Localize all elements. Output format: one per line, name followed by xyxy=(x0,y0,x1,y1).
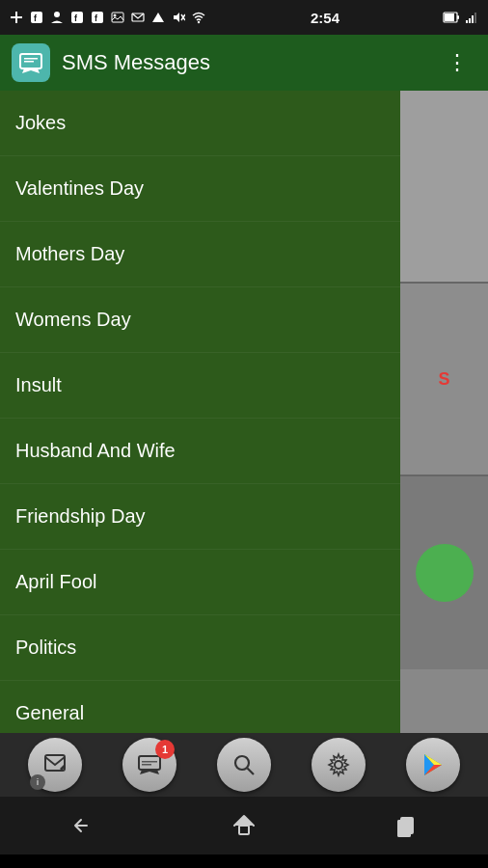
action-bar: i 1 xyxy=(0,733,488,797)
svg-rect-20 xyxy=(469,18,471,23)
main-container: Jokes Valentines Day Mothers Day Womens … xyxy=(0,91,488,733)
svg-point-4 xyxy=(54,12,60,17)
play-store-button[interactable] xyxy=(406,738,460,792)
svg-rect-29 xyxy=(142,764,151,766)
ad-slot-bottom xyxy=(400,476,488,669)
list-item-jokes-text: Jokes xyxy=(15,112,66,134)
svg-rect-5 xyxy=(71,12,83,23)
battery-icon xyxy=(443,9,460,26)
list-item-jokes[interactable]: Jokes xyxy=(0,91,400,156)
list-item-politics[interactable]: Politics xyxy=(0,615,400,681)
messages-button[interactable]: 1 xyxy=(122,738,176,792)
compose-button[interactable]: i xyxy=(28,738,82,792)
overflow-menu-button[interactable]: ⋮ xyxy=(439,42,476,83)
svg-point-32 xyxy=(335,761,342,769)
nav-bar xyxy=(0,797,488,854)
svg-rect-37 xyxy=(239,826,249,834)
ad-green-circle xyxy=(416,544,474,602)
status-bar: f f f xyxy=(0,0,488,35)
svg-rect-1 xyxy=(11,16,22,18)
recents-button[interactable] xyxy=(378,806,436,845)
list-item-mothers-day[interactable]: Mothers Day xyxy=(0,222,400,287)
list-item-general[interactable]: General xyxy=(0,681,400,733)
svg-rect-27 xyxy=(139,756,160,770)
ad-red-text: S xyxy=(430,362,457,397)
toolbar: SMS Messages ⋮ xyxy=(0,35,488,91)
info-badge: i xyxy=(30,774,45,790)
wifi-icon xyxy=(190,9,207,26)
facebook2-icon: f xyxy=(68,9,86,26)
notification-badge: 1 xyxy=(155,740,175,759)
list-item-friendship-day-text: Friendship Day xyxy=(15,505,146,528)
svg-rect-7 xyxy=(92,12,103,23)
back-button[interactable] xyxy=(52,806,110,845)
app-icon xyxy=(12,43,50,82)
svg-point-10 xyxy=(114,14,117,17)
signal-icon xyxy=(463,9,480,26)
status-icons-left: f f f xyxy=(8,9,207,26)
list-item-politics-text: Politics xyxy=(15,637,76,659)
svg-rect-18 xyxy=(445,14,454,21)
svg-rect-28 xyxy=(142,761,157,763)
svg-rect-21 xyxy=(472,15,474,23)
ad-panel: S xyxy=(400,91,488,733)
list-item-womens-day[interactable]: Womens Day xyxy=(0,287,400,353)
list-item-insult-text: Insult xyxy=(15,374,62,396)
home-button[interactable] xyxy=(215,806,273,845)
person-icon xyxy=(48,9,66,26)
list-item-mothers-day-text: Mothers Day xyxy=(15,243,124,265)
image-icon xyxy=(109,9,126,26)
list-item-friendship-day[interactable]: Friendship Day xyxy=(0,484,400,550)
triangle-icon xyxy=(149,9,167,26)
list-item-husband-and-wife[interactable]: Husband And Wife xyxy=(0,419,400,484)
list-item-april-fool-text: April Fool xyxy=(15,571,96,593)
svg-rect-19 xyxy=(466,20,468,23)
add-icon xyxy=(8,9,25,26)
search-button[interactable] xyxy=(217,738,271,792)
facebook-icon: f xyxy=(28,9,45,26)
mail-icon xyxy=(129,9,147,26)
svg-rect-40 xyxy=(398,821,410,836)
list-item-general-text: General xyxy=(15,702,84,724)
ad-slot-top xyxy=(400,91,488,284)
svg-point-15 xyxy=(198,21,200,23)
list-panel: Jokes Valentines Day Mothers Day Womens … xyxy=(0,91,400,733)
facebook3-icon: f xyxy=(89,9,106,26)
svg-rect-2 xyxy=(31,12,42,23)
svg-marker-12 xyxy=(152,13,164,22)
list-item-womens-day-text: Womens Day xyxy=(15,309,131,331)
svg-rect-24 xyxy=(24,58,38,60)
list-item-april-fool[interactable]: April Fool xyxy=(0,550,400,615)
list-item-insult[interactable]: Insult xyxy=(0,353,400,419)
status-time: 2:54 xyxy=(311,10,339,26)
svg-line-31 xyxy=(248,769,255,775)
mute-icon xyxy=(170,9,187,26)
list-item-valentines-day-text: Valentines Day xyxy=(15,177,144,200)
svg-point-30 xyxy=(235,756,249,770)
list-item-husband-and-wife-text: Husband And Wife xyxy=(15,440,176,462)
toolbar-title: SMS Messages xyxy=(62,50,439,75)
svg-rect-22 xyxy=(474,13,476,23)
ad-slot-mid: S xyxy=(400,284,488,476)
settings-button[interactable] xyxy=(312,738,366,792)
status-icons-right xyxy=(443,9,480,26)
list-item-valentines-day[interactable]: Valentines Day xyxy=(0,156,400,222)
svg-rect-25 xyxy=(24,61,34,63)
svg-rect-17 xyxy=(457,15,459,19)
